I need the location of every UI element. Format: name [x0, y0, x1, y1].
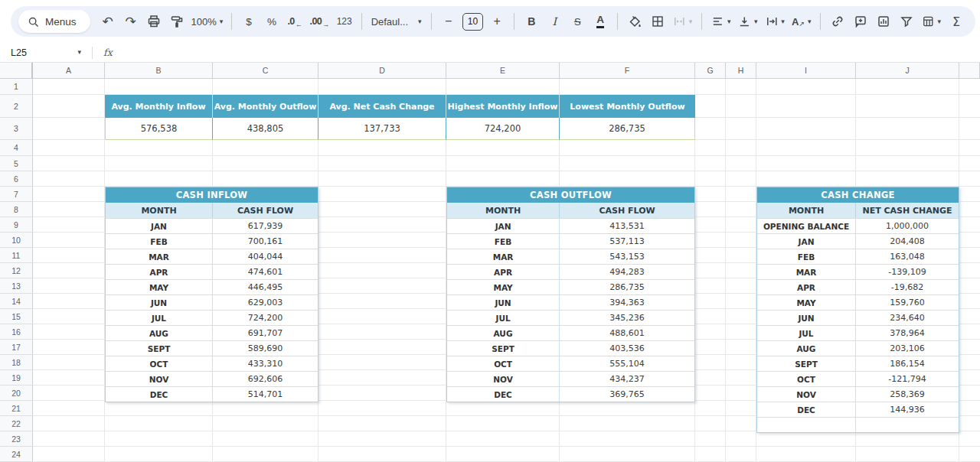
row-header[interactable]: 19 — [0, 370, 33, 386]
row-header[interactable]: 3 — [0, 118, 33, 140]
row-header[interactable]: 5 — [0, 156, 33, 171]
cell[interactable]: APR — [447, 264, 560, 279]
cell[interactable]: FEB — [447, 233, 560, 249]
row-header[interactable]: 23 — [0, 431, 33, 447]
column-header[interactable]: H — [726, 63, 756, 79]
cell[interactable]: 474,601 — [213, 264, 318, 279]
cell[interactable]: 144,936 — [856, 402, 959, 417]
zoom-select[interactable]: 100% ▾ — [189, 10, 226, 33]
cell-name-box[interactable]: L25 ▾ — [0, 47, 89, 58]
row-header[interactable]: 9 — [0, 217, 33, 233]
row-header[interactable]: 16 — [0, 324, 33, 340]
cell[interactable]: 394,363 — [560, 294, 694, 310]
vertical-align-button[interactable]: ▾ — [735, 10, 760, 33]
row-header[interactable]: 4 — [0, 140, 33, 156]
column-header[interactable]: B — [105, 63, 213, 79]
cell[interactable]: 514,701 — [213, 386, 318, 402]
cell[interactable]: AUG — [447, 325, 560, 340]
cell[interactable]: MAR — [106, 249, 213, 264]
summary-value-cell[interactable]: 724,200 — [446, 118, 560, 140]
cell[interactable]: OCT — [106, 356, 213, 371]
font-family-select[interactable]: Defaul... ▾ — [368, 10, 425, 33]
cell[interactable]: 378,964 — [856, 325, 959, 340]
cell[interactable]: 724,200 — [213, 310, 318, 325]
cash-table-header-cell[interactable]: CASH FLOW — [213, 203, 318, 218]
percent-format-button[interactable]: % — [261, 10, 283, 33]
cell[interactable]: DEC — [447, 386, 560, 402]
cell[interactable]: JUL — [447, 310, 560, 325]
column-header[interactable]: D — [318, 63, 446, 79]
cell[interactable]: NOV — [106, 371, 213, 386]
currency-format-button[interactable]: $ — [238, 10, 260, 33]
cell[interactable]: 537,113 — [560, 233, 694, 249]
borders-button[interactable] — [647, 10, 668, 33]
text-color-button[interactable]: A — [590, 10, 611, 33]
cell[interactable]: MAY — [447, 279, 560, 294]
cell[interactable]: 629,003 — [213, 294, 318, 310]
cell[interactable]: 345,236 — [560, 310, 694, 325]
increase-decimal-button[interactable]: .00→ — [307, 10, 332, 33]
cell[interactable]: SEPT — [447, 340, 560, 356]
horizontal-align-button[interactable]: ▾ — [708, 10, 733, 33]
cell[interactable]: OCT — [757, 371, 856, 386]
fill-color-button[interactable] — [624, 10, 645, 33]
row-header[interactable]: 21 — [0, 401, 33, 416]
row-header[interactable]: 11 — [0, 248, 33, 263]
cell[interactable]: 434,237 — [560, 371, 694, 386]
cash-table-header-cell[interactable]: MONTH — [757, 203, 856, 218]
insert-chart-button[interactable] — [873, 10, 894, 33]
font-size-input[interactable]: 10 — [462, 13, 484, 31]
cell[interactable]: 692,606 — [213, 371, 318, 386]
column-header[interactable] — [959, 63, 980, 79]
cash-table-header-cell[interactable]: MONTH — [447, 203, 560, 218]
cell[interactable]: 691,707 — [213, 325, 318, 340]
cell[interactable]: 543,153 — [560, 249, 694, 264]
cell[interactable]: OPENING BALANCE — [757, 218, 856, 233]
cell[interactable]: 286,735 — [560, 279, 694, 294]
formula-input[interactable] — [113, 43, 980, 62]
summary-header-cell[interactable]: Avg. Net Cash Change — [318, 95, 446, 118]
cell[interactable]: JUL — [757, 325, 856, 340]
decrease-font-size-button[interactable]: − — [438, 10, 459, 33]
cell[interactable]: 369,765 — [560, 386, 694, 402]
cell[interactable]: JUN — [757, 310, 856, 325]
column-header[interactable]: J — [856, 63, 959, 79]
row-header[interactable]: 10 — [0, 233, 33, 248]
cell[interactable]: 404,044 — [213, 249, 318, 264]
cell[interactable]: 413,531 — [560, 218, 694, 233]
summary-header-cell[interactable]: Avg. Monthly Outflow — [213, 95, 318, 118]
cell[interactable]: APR — [106, 264, 213, 279]
cell[interactable]: 186,154 — [856, 356, 959, 371]
increase-font-size-button[interactable]: + — [486, 10, 508, 33]
row-header[interactable]: 1 — [0, 79, 33, 95]
row-header[interactable]: 13 — [0, 278, 33, 294]
cell[interactable]: NOV — [757, 386, 856, 402]
row-header[interactable]: 14 — [0, 294, 33, 309]
cell[interactable]: 258,369 — [856, 386, 959, 402]
merge-cells-button[interactable]: ▾ — [670, 10, 695, 33]
table-views-button[interactable]: ▾ — [919, 10, 944, 33]
cell[interactable]: JAN — [447, 218, 560, 233]
cell[interactable]: 234,640 — [856, 310, 959, 325]
column-header[interactable]: A — [33, 63, 105, 79]
row-header[interactable]: 7 — [0, 187, 33, 202]
functions-button[interactable]: Σ — [946, 10, 967, 33]
strikethrough-button[interactable]: S — [567, 10, 588, 33]
cell[interactable]: AUG — [106, 325, 213, 340]
cell[interactable]: 203,106 — [856, 340, 959, 356]
print-button[interactable] — [143, 10, 165, 33]
summary-value-cell[interactable]: 576,538 — [105, 118, 213, 140]
row-header[interactable]: 20 — [0, 386, 33, 401]
bold-button[interactable]: B — [521, 10, 542, 33]
summary-value-cell[interactable]: 438,805 — [213, 118, 318, 140]
row-header[interactable]: 15 — [0, 309, 33, 324]
cell[interactable]: JAN — [757, 233, 856, 249]
cell[interactable]: SEPT — [106, 340, 213, 356]
cell[interactable]: AUG — [757, 340, 856, 356]
create-filter-button[interactable] — [896, 10, 917, 33]
cell[interactable]: 494,283 — [560, 264, 694, 279]
cell[interactable]: 159,760 — [856, 294, 959, 310]
row-header[interactable]: 22 — [0, 416, 33, 431]
cell[interactable]: MAY — [106, 279, 213, 294]
cell[interactable]: 555,104 — [560, 356, 694, 371]
